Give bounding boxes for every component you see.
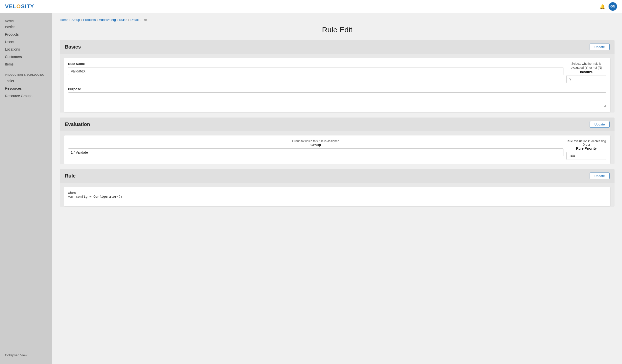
evaluation-section: Evaluation Update Group to which this ru… <box>60 118 615 164</box>
evaluation-section-header: Evaluation Update <box>60 118 615 131</box>
rule-section-title: Rule <box>65 173 76 179</box>
rule-update-button[interactable]: Update <box>590 173 610 179</box>
group-input[interactable] <box>68 148 563 156</box>
rule-code-line1: when <box>68 191 606 195</box>
evaluation-update-button[interactable]: Update <box>590 121 610 128</box>
rule-priority-top1-label: Rule evaluation in decreasing <box>566 139 606 143</box>
layout: ADMIN Basics Products Users Locations Cu… <box>0 13 622 364</box>
rule-name-input[interactable] <box>68 67 563 75</box>
breadcrumb-additivemfg[interactable]: AdditiveMfg <box>99 18 116 22</box>
is-active-group: Selects whether rule is evaluated (Y) or… <box>566 62 606 83</box>
sidebar-production-label: PRODUCTION & SCHEDULING <box>0 71 52 77</box>
rule-priority-label-area: Rule evaluation in decreasing Order Rule… <box>566 139 606 150</box>
basics-section: Basics Update Rule Name Selects whether … <box>60 40 615 113</box>
sidebar-item-basics[interactable]: Basics <box>0 23 52 31</box>
sidebar-item-items[interactable]: Items <box>0 61 52 68</box>
bell-icon[interactable]: 🔔 <box>600 4 605 9</box>
rule-priority-group: Rule evaluation in decreasing Order Rule… <box>566 139 606 160</box>
sidebar-item-locations[interactable]: Locations <box>0 46 52 53</box>
sidebar: ADMIN Basics Products Users Locations Cu… <box>0 13 52 364</box>
sidebar-top: ADMIN Basics Products Users Locations Cu… <box>0 17 52 100</box>
page-title: Rule Edit <box>60 26 615 34</box>
rule-section-header: Rule Update <box>60 169 615 183</box>
group-assignment-group: Group to which this rule is assigned Gro… <box>68 139 563 160</box>
topbar: VELOSITY 🔔 GN <box>0 0 622 13</box>
basics-section-header: Basics Update <box>60 40 615 54</box>
rule-priority-top2-label: Order <box>566 143 606 146</box>
sidebar-item-customers[interactable]: Customers <box>0 53 52 61</box>
breadcrumb-rules[interactable]: Rules <box>119 18 127 22</box>
purpose-input[interactable] <box>68 92 606 107</box>
rule-priority-bold-label: Rule Priority <box>566 146 606 150</box>
logo-dot: O <box>16 3 21 9</box>
breadcrumb-products[interactable]: Products <box>83 18 96 22</box>
breadcrumb-detail[interactable]: Detail <box>130 18 139 22</box>
sidebar-item-resource-groups[interactable]: Resource Groups <box>0 92 52 100</box>
basics-section-title: Basics <box>65 44 81 50</box>
basics-update-button[interactable]: Update <box>590 44 610 50</box>
rule-code-line2: var config = Configurator(); <box>68 195 606 198</box>
is-active-mid-label: evaluated (Y) or not (N) <box>566 66 606 69</box>
breadcrumb: Home › Setup › Products › AdditiveMfg › … <box>60 18 615 22</box>
rule-code-area[interactable]: when var config = Configurator(); <box>64 187 611 207</box>
evaluation-field-row: Group to which this rule is assigned Gro… <box>68 139 606 160</box>
collapsed-view[interactable]: Collapsed View <box>0 350 52 360</box>
purpose-row: Purpose <box>68 87 606 108</box>
sidebar-item-users[interactable]: Users <box>0 38 52 46</box>
sidebar-item-products[interactable]: Products <box>0 31 52 38</box>
purpose-label: Purpose <box>68 87 606 91</box>
sidebar-admin-label: ADMIN <box>0 17 52 23</box>
sidebar-item-resources[interactable]: Resources <box>0 85 52 92</box>
main-content: Home › Setup › Products › AdditiveMfg › … <box>52 13 622 364</box>
sidebar-item-tasks[interactable]: Tasks <box>0 77 52 85</box>
logo[interactable]: VELOSITY <box>5 3 34 10</box>
rule-name-label: Rule Name <box>68 62 563 66</box>
breadcrumb-current: Edit <box>142 18 147 22</box>
basics-field-row-1: Rule Name Selects whether rule is evalua… <box>68 62 606 83</box>
is-active-input[interactable] <box>566 75 606 83</box>
basics-inner-card: Rule Name Selects whether rule is evalua… <box>64 58 611 113</box>
evaluation-inner-card: Group to which this rule is assigned Gro… <box>64 135 611 164</box>
evaluation-section-title: Evaluation <box>65 121 90 127</box>
rule-name-group: Rule Name <box>68 62 563 75</box>
is-active-sublabel: IsActive <box>566 70 606 74</box>
logo-text: VELOSITY <box>5 3 34 10</box>
avatar[interactable]: GN <box>609 2 617 11</box>
rule-section: Rule Update when var config = Configurat… <box>60 169 615 207</box>
breadcrumb-home[interactable]: Home <box>60 18 69 22</box>
is-active-label-area: Selects whether rule is evaluated (Y) or… <box>566 62 606 74</box>
group-top-label: Group to which this rule is assigned <box>68 139 563 143</box>
topbar-right: 🔔 GN <box>600 2 617 11</box>
is-active-top-label: Selects whether rule is <box>566 62 606 65</box>
breadcrumb-setup[interactable]: Setup <box>72 18 80 22</box>
rule-priority-input[interactable] <box>566 152 606 160</box>
group-bold-label: Group <box>68 143 563 147</box>
group-label-area: Group to which this rule is assigned Gro… <box>68 139 563 147</box>
